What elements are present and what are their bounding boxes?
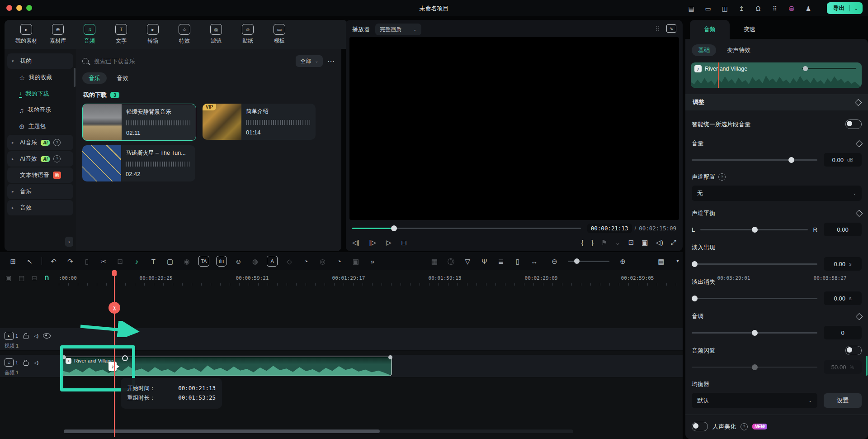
voice-changer-icon[interactable]: ◍	[250, 256, 260, 266]
keyframe-diamond-icon[interactable]	[856, 140, 863, 147]
auto-caption-icon[interactable]: A	[267, 256, 278, 267]
preview-on-display-button[interactable]: ⊡	[628, 239, 634, 246]
snapshot-button[interactable]: ▣	[642, 239, 648, 246]
grid-view-icon[interactable]: ⠿	[655, 24, 660, 33]
portrait-edit-icon[interactable]: ▣	[351, 256, 361, 266]
balance-value-box[interactable]: 0.00	[824, 223, 862, 236]
fade-in-slider-handle[interactable]	[692, 261, 698, 267]
marker-flag-button[interactable]: ⚑	[601, 239, 607, 246]
audio-denoise-icon[interactable]: ılıı	[216, 256, 227, 267]
sidebar-item-downloads[interactable]: ↓ 我的下载	[7, 86, 73, 101]
volume-value-box[interactable]: 0.00 dB	[824, 153, 862, 167]
adjust-section-header[interactable]: 调整	[685, 94, 868, 110]
record-tool-icon[interactable]: ◉	[182, 256, 192, 266]
filter-dropdown[interactable]: 全部 ⌄	[296, 55, 323, 67]
next-frame-button[interactable]: |▷	[369, 239, 376, 246]
subtab-voice-effects[interactable]: 变声特效	[721, 44, 757, 56]
balance-slider[interactable]	[700, 229, 807, 230]
tab-my-media[interactable]: ▸我的素材	[11, 24, 42, 45]
lock-track-icon[interactable]	[24, 362, 28, 366]
audio-waveform-view-icon[interactable]: ∿	[666, 24, 676, 33]
text-to-speech-icon[interactable]: TA	[198, 256, 209, 267]
hide-track-icon[interactable]	[43, 333, 51, 339]
pitch-slider-handle[interactable]	[752, 330, 758, 336]
fit-timeline-icon[interactable]: ↔	[529, 256, 539, 266]
help-icon[interactable]: ?	[741, 423, 748, 430]
fullscreen-button[interactable]: ⤢	[671, 239, 676, 246]
volume-slider-handle[interactable]	[788, 157, 794, 163]
pitch-value-box[interactable]: 0	[824, 326, 862, 339]
pitch-slider[interactable]	[692, 332, 817, 334]
lock-track-icon[interactable]	[24, 335, 28, 339]
fade-in-value-box[interactable]: 0.00 s	[824, 257, 862, 271]
voice-beautify-toggle[interactable]	[692, 422, 708, 431]
color-blend-icon[interactable]: ◎	[318, 256, 328, 266]
fade-out-handle[interactable]	[388, 355, 392, 359]
sidebar-item-text-to-speech[interactable]: 文本转语音 新	[7, 167, 73, 183]
equalizer-dropdown[interactable]: 默认 ⌄	[692, 393, 817, 408]
fade-out-value-box[interactable]: 0.00 s	[824, 291, 862, 305]
tab-text[interactable]: T文字	[106, 24, 137, 45]
ai-speed-icon[interactable]: ◔	[334, 256, 344, 266]
select-tool-icon[interactable]: ↖	[25, 256, 35, 266]
mark-in-button[interactable]: {	[581, 239, 584, 246]
music-card[interactable]: VIP 简单介绍 01:14	[203, 104, 316, 140]
timeline-zoom-slider[interactable]	[568, 261, 609, 262]
snap-magnet-icon[interactable]: U	[44, 275, 49, 281]
add-camera-icon[interactable]: ▦	[429, 256, 439, 266]
sidebar-item-my-music[interactable]: ♫ 我的音乐	[7, 102, 73, 118]
sidebar-item-theme-pack[interactable]: ⊕ 主题包	[7, 119, 73, 134]
speaker-volume-button[interactable]: ◁)	[656, 239, 663, 246]
progress-handle[interactable]	[391, 225, 397, 231]
smart-volume-toggle[interactable]	[845, 119, 862, 129]
ducking-slider-handle[interactable]	[752, 364, 758, 370]
track-manager-icon[interactable]: ▤	[656, 256, 666, 266]
tab-effects[interactable]: ☆特效	[169, 24, 200, 45]
zoom-out-button[interactable]: ⊖	[550, 256, 560, 266]
more-tools-icon[interactable]: »	[368, 256, 377, 266]
fade-out-slider-handle[interactable]	[692, 296, 698, 301]
keyframe-icon[interactable]: ◇	[284, 256, 294, 266]
clip-volume-line[interactable]	[802, 68, 856, 69]
tab-sound-effects[interactable]: 音效	[110, 72, 135, 84]
overwrite-mode-icon[interactable]: ▤	[19, 275, 24, 281]
media-browser-icon[interactable]: ⊞	[8, 256, 18, 266]
sidebar-group-my[interactable]: ▾ 我的	[7, 53, 73, 69]
insert-mode-icon[interactable]: ▣	[5, 275, 11, 281]
audio-mixer-icon[interactable]: ≣	[496, 256, 506, 266]
replace-mode-icon[interactable]: ⊟	[32, 275, 37, 281]
support-headset-icon[interactable]: Ω	[754, 4, 763, 13]
collapse-sidebar-button[interactable]: ‹	[65, 237, 73, 247]
more-options-icon[interactable]: ⋯	[327, 57, 335, 66]
ducking-toggle[interactable]	[845, 346, 862, 355]
display-icon[interactable]: ▭	[703, 4, 712, 13]
export-caret-icon[interactable]: ⌄	[854, 6, 858, 11]
volume-slider[interactable]	[692, 159, 817, 161]
help-icon[interactable]: ?	[53, 155, 61, 162]
music-card-selected[interactable]: 轻缓安静背景音乐 02:11	[82, 104, 196, 141]
equalizer-settings-button[interactable]: 设置	[824, 393, 862, 408]
speed-tool-icon[interactable]: ◔	[301, 256, 311, 266]
zoom-in-button[interactable]: ⊕	[618, 256, 628, 266]
device-list-icon[interactable]: ▤	[687, 4, 696, 13]
sidebar-group-sfx[interactable]: ▸ 音效	[7, 200, 73, 215]
crop-button[interactable]: ⊡	[115, 256, 125, 266]
mark-out-button[interactable]: }	[591, 239, 594, 246]
sidebar-scrollbar[interactable]	[74, 68, 75, 87]
timeline-horizontal-scrollbar[interactable]	[64, 429, 573, 433]
quality-dropdown[interactable]: 完整画质 ⌄	[375, 24, 421, 35]
store-cart-icon[interactable]: ⛁	[787, 4, 796, 13]
phone-preview-icon[interactable]: ▯	[513, 256, 523, 266]
channel-config-dropdown[interactable]: 无 ⌄	[692, 186, 862, 201]
delete-button[interactable]: ▯	[82, 256, 92, 266]
mask-tool-icon[interactable]: ▢	[165, 256, 175, 266]
keyframe-diamond-icon[interactable]	[856, 313, 863, 320]
music-card[interactable]: 马诺斯火星 – The Tun... 02:42	[82, 145, 195, 181]
stop-button[interactable]: ◻	[401, 239, 406, 246]
director-mode-icon[interactable]: Ⓓ	[446, 256, 456, 266]
export-button[interactable]: 导出 ⌄	[827, 2, 863, 14]
play-button[interactable]: ▷	[386, 239, 392, 246]
text-tool-icon[interactable]: T	[148, 256, 158, 266]
redo-button[interactable]: ↷	[65, 256, 75, 266]
sidebar-group-ai-sfx[interactable]: ▸ AI音效 AI ?	[7, 151, 73, 167]
